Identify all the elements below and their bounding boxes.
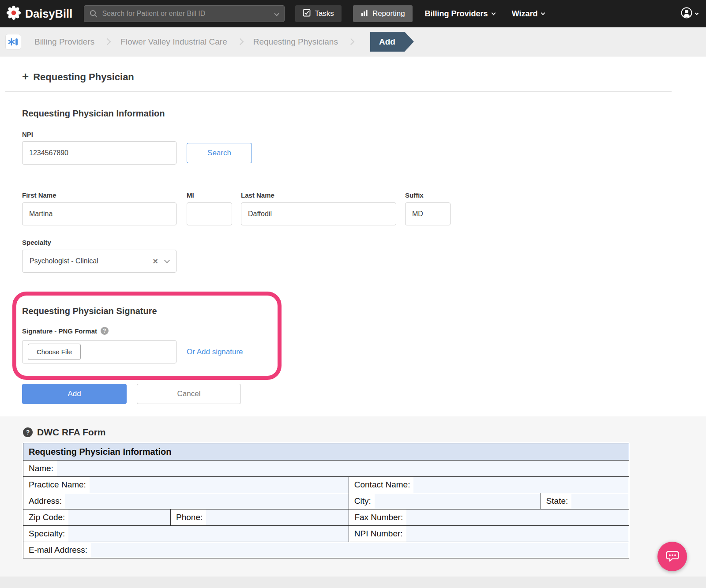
last-name-input[interactable] bbox=[241, 202, 396, 225]
table-row: Name: bbox=[23, 460, 629, 476]
rfa-heading: ? DWC RFA Form bbox=[23, 427, 706, 438]
first-name-input[interactable] bbox=[22, 202, 176, 225]
footer-strip bbox=[0, 577, 706, 588]
npi-input[interactable] bbox=[22, 141, 176, 165]
specialty-label: Specialty bbox=[22, 239, 672, 246]
rfa-cell-contact-name: Contact Name: bbox=[349, 477, 629, 493]
chevron-down-icon bbox=[491, 11, 496, 15]
mi-input[interactable] bbox=[187, 202, 232, 225]
divider bbox=[5, 91, 672, 92]
billing-providers-menu[interactable]: Billing Providers bbox=[425, 9, 495, 19]
rfa-cell-phone: Phone: bbox=[170, 509, 349, 525]
npi-label: NPI bbox=[22, 131, 672, 138]
cell-label: City: bbox=[354, 496, 371, 506]
account-menu[interactable] bbox=[680, 7, 698, 21]
main-panel: + Requesting Physician Requesting Physic… bbox=[0, 56, 706, 416]
rfa-cell-zip: Zip Code: bbox=[23, 509, 170, 525]
cell-label: Fax Number: bbox=[354, 513, 403, 522]
user-icon bbox=[680, 7, 693, 21]
top-navbar: DaisyBill Tasks Reporting bbox=[0, 0, 706, 27]
plus-icon: + bbox=[22, 70, 29, 83]
add-button[interactable]: Add bbox=[22, 384, 127, 404]
rfa-table-header: Requesting Physician Information bbox=[23, 443, 629, 460]
wizard-menu[interactable]: Wizard bbox=[512, 9, 545, 19]
dwc-rfa-section: ? DWC RFA Form Requesting Physician Info… bbox=[0, 416, 706, 581]
cell-label: NPI Number: bbox=[354, 529, 403, 539]
rfa-cell-specialty: Specialty: bbox=[23, 526, 349, 542]
rfa-cell-address: Address: bbox=[23, 493, 349, 509]
rfa-cell-practice-name: Practice Name: bbox=[23, 477, 349, 493]
breadcrumb-active-add[interactable]: Add bbox=[370, 32, 414, 52]
search-input[interactable] bbox=[84, 5, 285, 22]
chat-button[interactable] bbox=[657, 542, 687, 571]
signature-section-heading: Requesting Physician Signature bbox=[22, 306, 672, 316]
bar-chart-icon bbox=[361, 9, 368, 19]
global-search bbox=[84, 5, 285, 22]
first-name-label: First Name bbox=[22, 191, 176, 199]
chevron-down-icon bbox=[695, 11, 698, 15]
bill-app-icon[interactable] bbox=[5, 34, 21, 50]
rfa-cell-city: City: bbox=[349, 493, 541, 509]
reporting-label: Reporting bbox=[372, 9, 405, 18]
table-row: Practice Name: Contact Name: bbox=[23, 476, 629, 493]
page-title: + Requesting Physician bbox=[22, 71, 672, 83]
tasks-label: Tasks bbox=[315, 9, 334, 18]
cell-label: Contact Name: bbox=[354, 480, 410, 490]
breadcrumb-separator-icon bbox=[237, 38, 244, 45]
tasks-button[interactable]: Tasks bbox=[295, 5, 341, 22]
help-icon[interactable]: ? bbox=[101, 327, 109, 335]
daisybill-logo[interactable]: DaisyBill bbox=[6, 5, 72, 22]
info-section-heading: Requesting Physician Information bbox=[22, 109, 672, 119]
breadcrumb-item-flower-valley[interactable]: Flower Valley Industrial Care bbox=[120, 37, 227, 47]
signature-section: Requesting Physician Signature Signature… bbox=[22, 286, 672, 363]
rfa-cell-npi-number: NPI Number: bbox=[349, 526, 629, 542]
breadcrumb-item-billing-providers[interactable]: Billing Providers bbox=[34, 37, 94, 47]
cell-label: Address: bbox=[29, 496, 62, 506]
clear-icon[interactable]: × bbox=[153, 256, 158, 266]
breadcrumb: Billing Providers Flower Valley Industri… bbox=[0, 27, 706, 56]
add-signature-link[interactable]: Or Add signature bbox=[187, 348, 243, 356]
pink-highlight-frame bbox=[12, 292, 282, 380]
rfa-form-table: Requesting Physician Information Name: P… bbox=[23, 443, 629, 558]
help-icon[interactable]: ? bbox=[23, 427, 33, 437]
rfa-cell-state: State: bbox=[541, 493, 629, 509]
cell-label: Zip Code: bbox=[29, 513, 65, 522]
rfa-cell-fax: Fax Number: bbox=[349, 509, 629, 525]
table-row: Specialty: NPI Number: bbox=[23, 525, 629, 542]
mi-label: MI bbox=[187, 191, 232, 199]
rfa-cell-name: Name: bbox=[23, 461, 629, 476]
flower-icon bbox=[6, 5, 21, 22]
rfa-cell-email: E-mail Address: bbox=[23, 542, 629, 558]
cell-label: E-mail Address: bbox=[29, 545, 87, 555]
suffix-input[interactable] bbox=[405, 202, 451, 225]
specialty-selected-value: Psychologist - Clinical bbox=[30, 257, 153, 265]
table-row: Zip Code: Phone: Fax Number: bbox=[23, 509, 629, 525]
signature-format-label: Signature - PNG Format bbox=[22, 327, 97, 335]
specialty-select[interactable]: Psychologist - Clinical × bbox=[22, 250, 176, 273]
suffix-label: Suffix bbox=[405, 191, 451, 199]
cell-label: Specialty: bbox=[29, 529, 65, 539]
cell-label: Practice Name: bbox=[29, 480, 86, 490]
reporting-button[interactable]: Reporting bbox=[353, 5, 413, 22]
tasks-check-icon bbox=[303, 9, 311, 19]
last-name-label: Last Name bbox=[241, 191, 396, 199]
divider bbox=[22, 178, 672, 178]
breadcrumb-item-requesting-physicians[interactable]: Requesting Physicians bbox=[253, 37, 338, 47]
cancel-button[interactable]: Cancel bbox=[137, 384, 241, 404]
breadcrumb-separator-icon bbox=[104, 38, 111, 45]
cell-label: Phone: bbox=[176, 513, 203, 522]
brand-name: DaisyBill bbox=[25, 7, 72, 20]
billing-providers-label: Billing Providers bbox=[425, 9, 488, 19]
cell-label: Name: bbox=[29, 464, 53, 473]
cell-label: State: bbox=[546, 496, 568, 506]
choose-file-button[interactable]: Choose File bbox=[28, 344, 81, 360]
signature-file-input[interactable]: Choose File bbox=[22, 340, 176, 363]
npi-search-button[interactable]: Search bbox=[187, 143, 252, 163]
table-row: E-mail Address: bbox=[23, 542, 629, 558]
chevron-down-icon bbox=[541, 11, 545, 15]
wizard-label: Wizard bbox=[512, 9, 538, 19]
table-row: Address: City: State: bbox=[23, 493, 629, 509]
chevron-down-icon[interactable] bbox=[164, 258, 170, 263]
chat-bubble-icon bbox=[665, 548, 680, 566]
page-title-text: Requesting Physician bbox=[33, 71, 134, 83]
